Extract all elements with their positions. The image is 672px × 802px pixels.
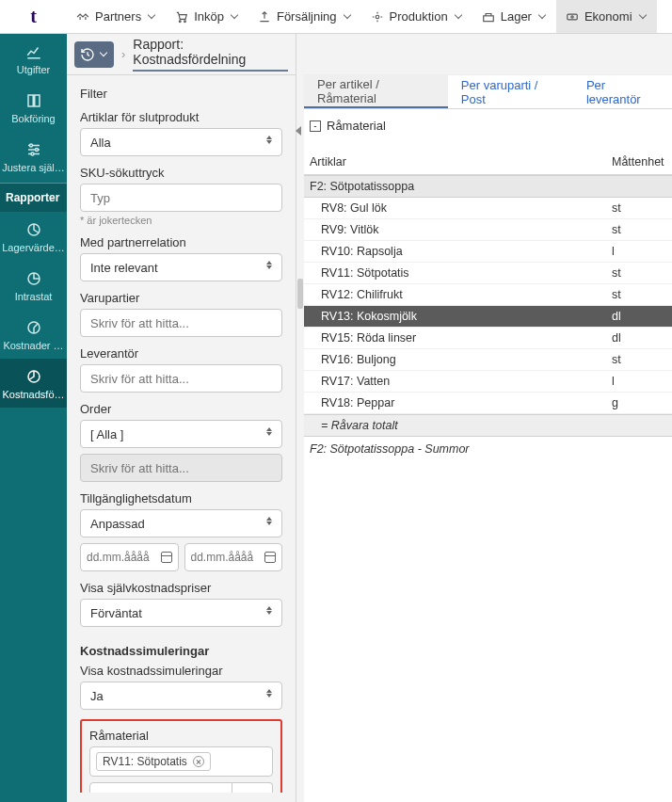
table-row[interactable]: RV16: Buljongst — [304, 349, 672, 371]
rail-label: Intrastat — [15, 291, 53, 302]
chevron-down-icon — [99, 50, 108, 59]
svg-point-0 — [180, 20, 182, 22]
date-from-field[interactable] — [87, 544, 161, 570]
nav-forsaljning[interactable]: Försäljning — [248, 0, 361, 33]
chips-rawmaterial[interactable]: RV11: Sötpotatis — [89, 746, 273, 777]
label-costprices: Visa självkostnadspriser — [80, 581, 282, 595]
upload-icon — [258, 10, 271, 24]
col-header-unit[interactable]: Måttenhet — [612, 155, 666, 168]
select-partner[interactable]: Inte relevant — [80, 253, 282, 281]
table-row[interactable]: RV8: Gul lökst — [304, 198, 672, 219]
svg-point-6 — [29, 144, 32, 147]
collapse-left-icon[interactable] — [296, 126, 301, 136]
history-icon — [80, 47, 95, 62]
label-sku: SKU-sökuttryck — [80, 166, 282, 180]
input-order-search — [80, 454, 282, 482]
select-value: [ Alla ] — [90, 427, 123, 441]
date-to-field[interactable] — [191, 544, 265, 570]
calendar-icon[interactable] — [264, 552, 276, 563]
label-lots: Varupartier — [80, 291, 282, 305]
heading-simulations: Kostnadssimuleringar — [80, 644, 282, 658]
top-menubar: t Partners Inköp Försäljning — [0, 0, 672, 34]
label-show-sim: Visa kostnadssimuleringar — [80, 664, 282, 678]
sku-input-field[interactable] — [90, 184, 272, 211]
svg-point-5 — [571, 15, 573, 17]
cell-unit: st — [612, 266, 666, 280]
cell-article: RV16: Buljong — [321, 353, 612, 366]
chip-remove-icon[interactable] — [193, 756, 204, 767]
tab-per-artikel[interactable]: Per artikel / Råmaterial — [304, 75, 448, 108]
cell-unit: l — [612, 375, 666, 388]
svg-point-8 — [31, 152, 34, 155]
nav-inkop[interactable]: Inköp — [166, 0, 248, 33]
order-search-field — [90, 455, 272, 481]
cell-unit: st — [612, 223, 666, 236]
rail-utgifter[interactable]: Utgifter — [0, 34, 67, 83]
handshake-icon — [76, 10, 89, 24]
pie-chart-icon — [25, 270, 42, 287]
calendar-icon[interactable] — [161, 552, 172, 563]
select-costprices[interactable]: Förväntat — [80, 599, 282, 627]
logo-letter: t — [30, 6, 37, 27]
cell-unit: l — [612, 245, 666, 258]
select-articles[interactable]: Alla — [80, 128, 282, 156]
label-order: Order — [80, 402, 282, 416]
select-show-sim[interactable]: Ja — [80, 682, 282, 710]
group-row[interactable]: F2: Sötpotatissoppa — [304, 175, 672, 198]
app-logo[interactable]: t — [0, 0, 67, 33]
input-date-to[interactable] — [184, 543, 283, 571]
table-row[interactable]: RV15: Röda linserdl — [304, 328, 672, 349]
nav-label: Produktion — [390, 9, 448, 24]
select-availability[interactable]: Anpassad — [80, 509, 282, 537]
table-row[interactable]: RV18: Pepparg — [304, 393, 672, 414]
table-row[interactable]: RV13: Kokosmjölkdl — [304, 306, 672, 328]
button-alla[interactable]: Alla — [232, 782, 273, 793]
cell-unit: st — [612, 201, 666, 215]
main-header-spacer — [304, 34, 672, 75]
chip-rawmaterial[interactable]: RV11: Sötpotatis — [96, 752, 211, 771]
tree-root[interactable]: - Råmaterial — [304, 109, 672, 142]
input-date-from[interactable] — [80, 543, 179, 571]
tab-per-varuparti[interactable]: Per varuparti / Post — [448, 75, 573, 108]
table-row[interactable]: RV11: Sötpotatisst — [304, 263, 672, 284]
select-order[interactable]: [ Alla ] — [80, 420, 282, 448]
rail-intrastat[interactable]: Intrastat — [0, 261, 67, 310]
cell-article: RV17: Vatten — [321, 375, 612, 388]
nav-ekonomi[interactable]: Ekonomi — [556, 0, 657, 33]
lots-input-field[interactable] — [90, 310, 272, 336]
nav-partners[interactable]: Partners — [67, 0, 166, 33]
rail-kostnadsfordelning[interactable]: Kostnadsfö… — [0, 359, 67, 408]
table-row[interactable]: RV12: Chilifruktst — [304, 284, 672, 306]
splitter-handle[interactable] — [297, 279, 303, 309]
rail-bokforing[interactable]: Bokföring — [0, 83, 67, 132]
col-header-articles[interactable]: Artiklar — [310, 155, 612, 168]
pie-chart-icon — [25, 368, 42, 385]
select-value: Ja — [90, 689, 104, 703]
nav-produktion[interactable]: Produktion — [361, 0, 472, 33]
cell-article: RV18: Peppar — [321, 396, 612, 409]
nav-lager[interactable]: Lager — [472, 0, 556, 33]
table-row[interactable]: RV10: Rapsoljal — [304, 241, 672, 263]
cell-article: RV13: Kokosmjölk — [321, 310, 612, 323]
input-lots[interactable] — [80, 309, 282, 337]
rail-kostnader[interactable]: Kostnader … — [0, 310, 67, 359]
svg-point-1 — [184, 20, 186, 22]
input-rawmaterial-search[interactable] — [89, 782, 232, 793]
rail-lagervarde[interactable]: Lagervärde… — [0, 212, 67, 261]
rawmaterial-search-field[interactable] — [100, 783, 222, 793]
input-sku[interactable] — [80, 184, 282, 212]
svg-rect-3 — [483, 15, 493, 21]
chevron-down-icon — [230, 12, 239, 22]
collapse-toggle-icon[interactable]: - — [310, 120, 321, 132]
rail-justera[interactable]: Justera själ… — [0, 132, 67, 181]
table-row[interactable]: RV17: Vattenl — [304, 371, 672, 393]
table-row[interactable]: RV9: Vitlökst — [304, 219, 672, 241]
input-vendor[interactable] — [80, 364, 282, 393]
splitter[interactable] — [296, 34, 304, 802]
select-value: Alla — [90, 136, 111, 150]
tab-per-leverantor[interactable]: Per leverantör — [573, 75, 672, 108]
left-rail: Utgifter Bokföring Justera själ… Rapport… — [0, 34, 67, 802]
history-button[interactable] — [74, 41, 114, 68]
vendor-input-field[interactable] — [90, 365, 272, 392]
cell-article: RV9: Vitlök — [321, 223, 612, 236]
